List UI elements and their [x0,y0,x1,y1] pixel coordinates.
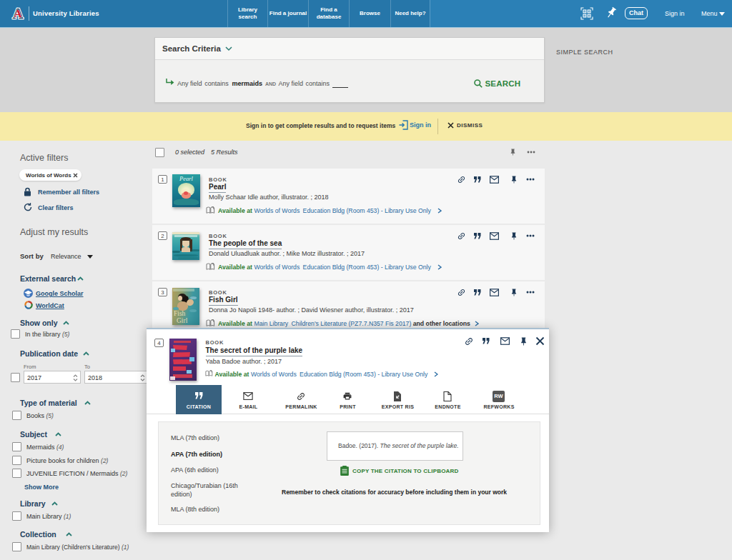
svg-text:A: A [14,8,22,19]
